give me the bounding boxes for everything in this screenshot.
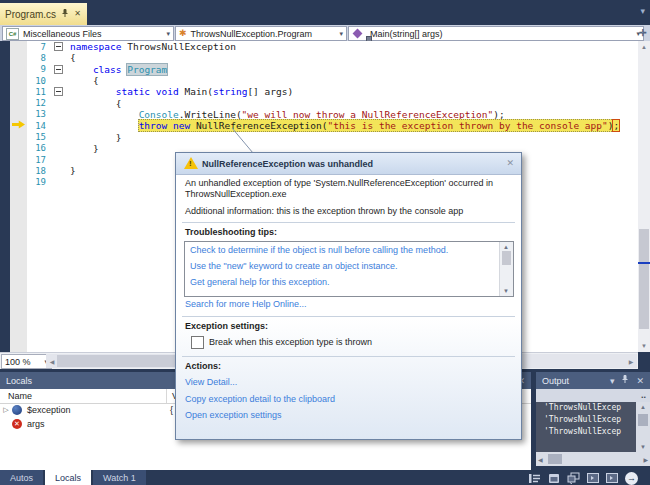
fold-margin[interactable] — [46, 87, 70, 96]
immediate-window-icon[interactable] — [606, 473, 618, 483]
code-line[interactable]: 14 throw new NullReferenceException("thi… — [27, 120, 638, 131]
tab-label: Program.cs — [5, 9, 56, 20]
pin-icon[interactable] — [621, 375, 629, 386]
line-number: 8 — [27, 53, 46, 63]
list-lines-icon[interactable] — [528, 473, 541, 484]
code-line[interactable]: 10 { — [27, 75, 638, 86]
code-line[interactable]: 7namespace ThrowsNullException — [27, 41, 638, 52]
output-title-bar[interactable]: Output ▾ ✕ — [536, 372, 650, 389]
tab-locals[interactable]: Locals — [45, 470, 91, 485]
command-window-icon[interactable] — [587, 473, 599, 483]
line-number: 16 — [27, 143, 46, 153]
code-line[interactable]: 12 { — [27, 97, 638, 108]
expander-icon[interactable]: ▷ — [0, 406, 12, 414]
line-number: 7 — [27, 42, 46, 52]
project-scope-dropdown[interactable]: C# Miscellaneous Files ▾ — [2, 26, 174, 41]
pin-icon[interactable] — [61, 9, 69, 20]
variable-value: { — [170, 405, 173, 415]
scrollbar-thumb[interactable] — [502, 251, 511, 265]
toolbar-overflow-icon[interactable]: .. — [641, 390, 646, 400]
output-panel: Output ▾ ✕ .. 'ThrowsNullExcep'ThrowsNul… — [536, 372, 650, 466]
output-log[interactable]: 'ThrowsNullExcep'ThrowsNullExcep'ThrowsN… — [536, 402, 636, 452]
tab-watch-1[interactable]: Watch 1 — [93, 470, 146, 485]
divider — [182, 222, 515, 223]
window-position-icon[interactable]: ▾ — [610, 376, 615, 386]
navigation-bar: C# Miscellaneous Files ▾ ✱ ThrowsNullExc… — [0, 25, 650, 41]
output-vertical-scrollbar[interactable]: ▲ ▼ — [636, 402, 650, 452]
action-link[interactable]: Copy exception detail to the clipboard — [185, 394, 335, 404]
fold-margin[interactable] — [46, 65, 70, 74]
action-link[interactable]: View Detail... — [185, 377, 335, 387]
caret-position-marker — [638, 262, 650, 264]
troubleshooting-tip-link[interactable]: Use the "new" keyword to create an objec… — [190, 261, 497, 271]
method-icon — [352, 28, 366, 40]
code-text: namespace ThrowsNullException — [70, 41, 236, 52]
zoom-level-value: 100 % — [5, 357, 31, 367]
exception-message: An unhandled exception of type 'System.N… — [185, 178, 509, 200]
scope-label: Miscellaneous Files — [23, 29, 102, 39]
scrollbar-thumb[interactable] — [639, 229, 649, 329]
divider — [182, 316, 515, 317]
actions-label: Actions: — [185, 361, 221, 371]
column-divider[interactable] — [166, 389, 167, 403]
code-text: { — [70, 52, 76, 63]
action-link[interactable]: Open exception settings — [185, 410, 335, 420]
close-icon[interactable]: ✕ — [506, 158, 514, 168]
troubleshooting-tip-link[interactable]: Check to determine if the object is null… — [190, 245, 497, 255]
new-window-icon[interactable] — [567, 472, 580, 484]
scroll-up-icon[interactable]: ▲ — [640, 404, 646, 410]
close-icon[interactable]: ✕ — [74, 10, 81, 18]
search-help-link[interactable]: Search for more Help Online... — [185, 299, 307, 309]
breakpoint-margin[interactable] — [10, 41, 27, 352]
line-number: 14 — [27, 121, 46, 131]
code-line[interactable]: 15 } — [27, 131, 638, 142]
code-line[interactable]: 9 class Program — [27, 64, 638, 75]
code-text: } — [70, 132, 121, 143]
scroll-down-icon[interactable]: ▼ — [638, 343, 650, 349]
scroll-right-icon[interactable]: ▶ — [643, 456, 648, 463]
scrollbar-thumb[interactable] — [548, 454, 562, 464]
code-line[interactable]: 11 static void Main(string[] args) — [27, 86, 638, 97]
line-number: 13 — [27, 109, 46, 119]
scroll-right-icon[interactable]: ▶ — [625, 358, 637, 365]
chevron-down-icon: ▾ — [166, 30, 170, 38]
zoom-level-dropdown[interactable]: 100 % ▾ — [1, 354, 52, 369]
output-horizontal-scrollbar[interactable]: ◀ ▶ — [536, 452, 650, 466]
line-number: 17 — [27, 155, 46, 165]
close-icon[interactable]: ✕ — [636, 376, 644, 386]
code-text: static void Main(string[] args) — [70, 86, 293, 97]
scroll-up-icon[interactable]: ▲ — [638, 44, 650, 50]
tab-program-cs[interactable]: Program.cs ✕ — [0, 3, 87, 25]
tab-list-dropdown-icon[interactable]: ▾ — [640, 6, 645, 16]
split-window-grip-icon[interactable]: ✛ — [637, 27, 649, 39]
scroll-down-icon[interactable]: ▼ — [640, 444, 646, 450]
scroll-up-icon[interactable]: ▲ — [503, 244, 509, 250]
fold-margin[interactable] — [46, 42, 70, 51]
exception-dialog: NullReferenceException was unhandled ✕ A… — [175, 152, 522, 440]
line-number: 10 — [27, 76, 46, 86]
code-text: { — [70, 98, 121, 109]
type-dropdown[interactable]: ✱ ThrowsNullException.Program ▾ — [175, 26, 347, 41]
break-on-exception-checkbox[interactable] — [191, 336, 204, 349]
collapse-icon[interactable] — [54, 65, 63, 74]
goto-arrow-icon[interactable]: → — [625, 472, 638, 485]
exception-callout-line — [228, 126, 258, 154]
scrollbar-thumb[interactable] — [638, 414, 648, 426]
output-line: 'ThrowsNullExcep — [536, 426, 636, 438]
window-filled-icon[interactable] — [548, 473, 560, 484]
code-text: class Program — [70, 64, 167, 75]
collapse-icon[interactable] — [54, 87, 63, 96]
chevron-down-icon: ▾ — [339, 30, 343, 38]
member-dropdown[interactable]: Main(string[] args) ▾ — [348, 26, 644, 41]
troubleshooting-tip-link[interactable]: Get general help for this exception. — [190, 277, 497, 287]
scroll-left-icon[interactable]: ◀ — [538, 456, 543, 463]
scroll-down-icon[interactable]: ▼ — [503, 288, 509, 294]
code-line[interactable]: 8{ — [27, 52, 638, 63]
dialog-header[interactable]: NullReferenceException was unhandled ✕ — [176, 153, 521, 175]
output-title: Output — [542, 376, 569, 386]
collapse-icon[interactable] — [54, 42, 63, 51]
editor-vertical-scrollbar[interactable]: ▲ ▼ — [638, 41, 650, 352]
error-icon: ✕ — [12, 419, 22, 429]
tips-scrollbar[interactable]: ▲ ▼ — [499, 242, 513, 296]
tab-autos[interactable]: Autos — [0, 470, 43, 485]
